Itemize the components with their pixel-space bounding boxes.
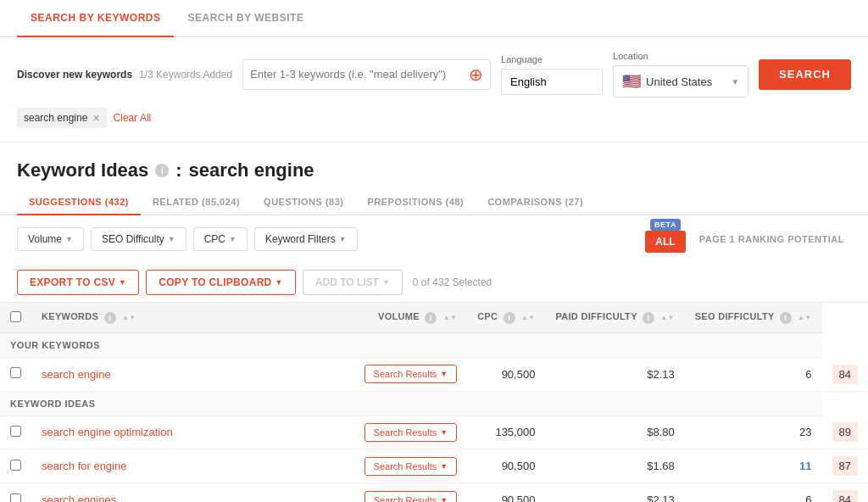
search-results-button[interactable]: Search Results ▼ [364, 423, 458, 442]
paid-sort[interactable]: ▲▼ [660, 315, 674, 321]
select-all-checkbox[interactable] [10, 311, 21, 322]
export-csv-button[interactable]: EXPORT TO CSV ▼ [17, 270, 139, 295]
seo-difficulty-cell: 89 [822, 416, 868, 449]
search-area: Discover new keywords 1/3 Keywords Added… [0, 37, 868, 142]
keyword-cell: search engine optimization [31, 416, 354, 449]
seo-difficulty-filter[interactable]: SEO Difficulty ▼ [91, 227, 186, 251]
tag-remove-icon[interactable]: × [92, 111, 99, 125]
all-button[interactable]: ALL [645, 231, 685, 253]
serp-cell: Search Results ▼ [354, 449, 468, 483]
actions-row: EXPORT TO CSV ▼ COPY TO CLIPBOARD ▼ ADD … [0, 263, 868, 303]
search-results-button[interactable]: Search Results ▼ [364, 491, 458, 503]
keyword-cell: search engines [31, 483, 354, 503]
tag-label: search engine [24, 112, 87, 124]
stab-comparisons[interactable]: COMPARISONS (27) [476, 190, 595, 215]
clear-all-link[interactable]: Clear All [114, 112, 152, 124]
volume-sort[interactable]: ▲▼ [443, 315, 457, 321]
seo-diff-value: 84 [832, 490, 858, 502]
row-checkbox[interactable] [10, 494, 21, 503]
keyword-filters[interactable]: Keyword Filters ▼ [254, 227, 358, 251]
keywords-sort[interactable]: ▲▼ [122, 315, 136, 321]
row-checkbox[interactable] [10, 460, 21, 471]
stab-questions[interactable]: QUESTIONS (83) [252, 190, 355, 215]
keyword-link[interactable]: search engine [42, 368, 111, 381]
keywords-table: KEYWORDS i ▲▼ VOLUME i ▲▼ CPC i ▲▼ [0, 303, 868, 502]
row-checkbox-cell [0, 449, 31, 483]
stab-prepositions[interactable]: PREPOSITIONS (48) [355, 190, 476, 215]
cpc-filter-arrow: ▼ [229, 235, 236, 243]
cpc-cell: $8.80 [545, 416, 684, 449]
tab-search-by-keywords[interactable]: SEARCH BY KEYWORDS [17, 0, 174, 37]
serp-chevron: ▼ [440, 496, 448, 503]
volume-cell: 90,500 [467, 358, 545, 392]
seo-difficulty-cell: 87 [822, 449, 868, 483]
location-select[interactable]: 🇺🇸 United States ▼ [613, 65, 748, 98]
table-body: YOUR KEYWORDS search engine Search Resul… [0, 333, 868, 503]
heading-area: Keyword Ideas i : search engine [0, 142, 868, 181]
volume-info-icon[interactable]: i [425, 312, 437, 324]
location-field: Location 🇺🇸 United States ▼ [613, 51, 748, 98]
seo-difficulty-cell: 84 [822, 358, 868, 392]
section-label-row: YOUR KEYWORDS [0, 333, 868, 358]
cpc-filter-label: CPC [204, 233, 225, 245]
serp-chevron: ▼ [440, 428, 448, 437]
seo-diff-info-icon[interactable]: i [780, 312, 792, 324]
section-label: KEYWORD IDEAS [0, 391, 822, 416]
cpc-sort[interactable]: ▲▼ [521, 315, 535, 321]
copy-clipboard-button[interactable]: COPY TO CLIPBOARD ▼ [146, 270, 296, 295]
cpc-filter[interactable]: CPC ▼ [193, 227, 248, 251]
suggestion-tabs: SUGGESTIONS (432) RELATED (85,024) QUEST… [0, 181, 868, 215]
title-colon: : [175, 159, 181, 181]
export-csv-chevron: ▼ [119, 278, 126, 287]
search-results-button[interactable]: Search Results ▼ [364, 457, 458, 476]
title-text: Keyword Ideas [17, 159, 148, 181]
location-label: Location [613, 51, 748, 61]
select-all-col [0, 303, 31, 333]
cpc-cell: $1.68 [545, 449, 684, 483]
table-row: search for engine Search Results ▼ 90,50… [0, 449, 868, 483]
th-volume: VOLUME i ▲▼ [354, 303, 468, 333]
paid-difficulty-cell: 6 [685, 358, 822, 392]
search-results-button[interactable]: Search Results ▼ [364, 365, 458, 383]
keyword-tag: search engine × [17, 108, 107, 128]
keyword-input-wrapper: ⊕ [242, 59, 491, 90]
export-csv-label: EXPORT TO CSV [30, 276, 115, 288]
add-to-list-button[interactable]: ADD TO LIST ▼ [303, 270, 403, 295]
title-info-icon[interactable]: i [155, 164, 169, 177]
filters-row: Volume ▼ SEO Difficulty ▼ CPC ▼ Keyword … [0, 215, 868, 263]
keyword-link[interactable]: search engines [42, 494, 116, 502]
row-checkbox[interactable] [10, 426, 21, 437]
stab-related[interactable]: RELATED (85,024) [141, 190, 252, 215]
language-select[interactable]: English [501, 69, 603, 95]
page1-ranking-button[interactable]: PAGE 1 RANKING POTENTIAL [693, 229, 851, 249]
volume-cell: 90,500 [467, 483, 545, 503]
keyword-input[interactable] [250, 68, 469, 81]
search-button[interactable]: SEARCH [759, 59, 851, 90]
tab-bar: SEARCH BY KEYWORDS SEARCH BY WEBSITE [0, 0, 868, 37]
paid-difficulty-cell: 11 [685, 449, 822, 483]
add-to-list-label: ADD TO LIST [315, 276, 379, 288]
keywords-info-icon[interactable]: i [104, 312, 116, 324]
beta-badge: BETA [650, 219, 681, 231]
keyword-cell: search for engine [31, 449, 354, 483]
seo-difficulty-filter-label: SEO Difficulty [102, 233, 164, 245]
table-wrapper: KEYWORDS i ▲▼ VOLUME i ▲▼ CPC i ▲▼ [0, 303, 868, 502]
discover-label: Discover new keywords [17, 69, 132, 81]
keyword-filters-arrow: ▼ [339, 235, 347, 243]
volume-filter[interactable]: Volume ▼ [17, 227, 84, 251]
row-checkbox[interactable] [10, 367, 21, 378]
table-header-row: KEYWORDS i ▲▼ VOLUME i ▲▼ CPC i ▲▼ [0, 303, 868, 333]
keyword-link[interactable]: search engine optimization [42, 426, 173, 438]
paid-diff-info-icon[interactable]: i [643, 312, 654, 324]
keyword-link[interactable]: search for engine [42, 460, 126, 472]
stab-suggestions[interactable]: SUGGESTIONS (432) [17, 190, 141, 215]
table-row: search engine Search Results ▼ 90,500 $2… [0, 358, 868, 392]
cpc-info-icon[interactable]: i [504, 312, 515, 324]
add-to-list-chevron: ▼ [382, 278, 390, 287]
flag-icon: 🇺🇸 [622, 72, 641, 91]
add-keyword-icon[interactable]: ⊕ [469, 64, 483, 85]
seo-diff-sort[interactable]: ▲▼ [798, 315, 811, 321]
selected-count: 0 of 432 Selected [413, 276, 492, 288]
paid-difficulty-cell: 6 [685, 483, 822, 503]
tab-search-by-website[interactable]: SEARCH BY WEBSITE [174, 0, 317, 37]
